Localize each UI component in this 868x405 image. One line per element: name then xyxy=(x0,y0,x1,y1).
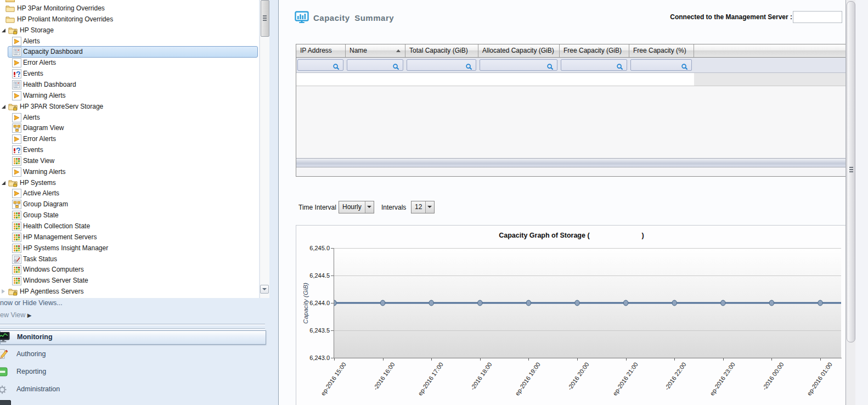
collapse-icon[interactable] xyxy=(2,29,5,32)
expand-icon[interactable] xyxy=(2,289,5,294)
tree-item-hp-proliant-monitoring-overrides[interactable]: HP Proliant Monitoring Overrides xyxy=(0,14,259,25)
column-header-name[interactable]: Name xyxy=(346,44,405,57)
tree-item-health-collection-state[interactable]: Health Collection State xyxy=(0,221,259,232)
app-window: HP 3Par Monitoring OverridesHP Proliant … xyxy=(0,0,868,405)
new-view-link[interactable]: ew View ▶ xyxy=(0,311,32,319)
filter-cell xyxy=(629,58,694,72)
column-header-total-capacity-gib-[interactable]: Total Capacity (GiB) xyxy=(405,44,478,57)
tree-item-label: Diagram View xyxy=(23,124,64,132)
diagram-icon xyxy=(13,125,20,132)
workspace-icon[interactable] xyxy=(0,400,11,405)
table-hscrollbar[interactable] xyxy=(296,167,846,176)
filter-input-4[interactable] xyxy=(561,59,627,71)
x-tick-label: -2016 22:00 xyxy=(664,361,688,391)
dropdown-arrow-icon[interactable] xyxy=(365,201,374,213)
filter-input-1[interactable] xyxy=(347,59,403,71)
tree-item-group-diagram[interactable]: Group Diagram xyxy=(0,199,259,210)
y-tick-label: 6,244.0 xyxy=(298,300,330,306)
tree-item-events[interactable]: Events xyxy=(0,145,259,155)
time-interval-dropdown[interactable]: Hourly xyxy=(339,201,374,213)
monitoring-tree: HP 3Par Monitoring OverridesHP Proliant … xyxy=(0,0,259,298)
tree-item-error-alerts[interactable]: Error Alerts xyxy=(0,58,259,68)
pane-splitter[interactable] xyxy=(0,328,265,330)
filter-input-2[interactable] xyxy=(407,59,476,71)
tree-item-icon-frame xyxy=(12,47,21,57)
capacity-summary-table: IP AddressNameTotal Capacity (GiB)Alloca… xyxy=(296,44,846,177)
collapse-icon[interactable] xyxy=(2,105,5,109)
tree-item-active-alerts[interactable]: Active Alerts xyxy=(0,188,259,199)
intervals-dropdown[interactable]: 12 xyxy=(411,201,435,213)
table-filter-row xyxy=(296,58,846,73)
events-icon xyxy=(13,147,20,154)
nav-monitoring[interactable]: Monitoring xyxy=(0,330,266,345)
tree-item-label: HP Management Servers xyxy=(23,233,97,241)
tree-item-windows-server-state[interactable]: Windows Server State xyxy=(0,275,259,286)
tree-item-hp-storage[interactable]: HP Storage xyxy=(0,25,259,36)
dropdown-arrow-icon[interactable] xyxy=(425,201,434,213)
tree-item-error-alerts[interactable]: Error Alerts xyxy=(0,134,259,144)
events-icon xyxy=(13,70,20,77)
table-header-row: IP AddressNameTotal Capacity (GiB)Alloca… xyxy=(296,44,846,58)
column-header-free-capacity-[interactable]: Free Capacity (%) xyxy=(629,44,694,57)
folder-lock-icon xyxy=(8,287,18,296)
sort-ascending-icon xyxy=(396,49,401,52)
filter-input-3[interactable] xyxy=(480,59,557,71)
tree-item-capacity-dashboard[interactable]: Capacity Dashboard xyxy=(0,47,259,57)
nav-authoring[interactable]: Authoring xyxy=(0,348,265,361)
tree-item-state-view[interactable]: State View xyxy=(0,156,259,166)
tree-item-hp-3par-storeserv-storage[interactable]: HP 3PAR StoreServ Storage xyxy=(0,102,259,112)
tree-item-icon-frame xyxy=(12,276,21,285)
tree-item-warning-alerts[interactable]: Warning Alerts xyxy=(0,91,259,101)
state-icon xyxy=(13,234,20,241)
tree-item-hp-systems[interactable]: HP Systems xyxy=(0,178,259,188)
tree-item-hp-agentless-servers[interactable]: HP Agentless Servers xyxy=(0,286,259,297)
tree-scrollbar[interactable] xyxy=(260,0,269,298)
tree-item-label: HP Systems xyxy=(20,179,56,187)
tree-item-events[interactable]: Events xyxy=(0,69,259,79)
tree-item-hp-systems-insight-manager[interactable]: HP Systems Insight Manager xyxy=(0,243,259,254)
scrollbar-grip-icon xyxy=(263,18,267,19)
x-tick xyxy=(480,358,481,361)
tree-item-task-status[interactable]: Task Status xyxy=(0,254,259,265)
tree-item-diagram-view[interactable]: Diagram View xyxy=(0,123,259,133)
capacity-chart: Capacity Graph of Storage ( ) Capacity (… xyxy=(296,225,847,405)
tree-item-icon-frame xyxy=(12,69,21,78)
tree-item-hp-3par-monitoring-overrides[interactable]: HP 3Par Monitoring Overrides xyxy=(0,3,259,14)
task-icon xyxy=(13,256,20,263)
tree-item-warning-alerts[interactable]: Warning Alerts xyxy=(0,167,259,177)
tree-item-group-state[interactable]: Group State xyxy=(0,210,259,221)
x-tick xyxy=(528,358,529,361)
nav-label: Monitoring xyxy=(17,333,53,341)
nav-administration[interactable]: Administration xyxy=(0,383,265,396)
tree-item-hp-management-servers[interactable]: HP Management Servers xyxy=(0,232,259,243)
tree-item-health-dashboard[interactable]: Health Dashboard xyxy=(0,80,259,90)
column-header-allocated-capacity-gib-[interactable]: Allocated Capacity (GiB) xyxy=(478,44,560,57)
tree-item-label: HP Storage xyxy=(20,26,54,34)
column-header-free-capacity-gib-[interactable]: Free Capacity (GiB) xyxy=(560,44,629,57)
collapse-icon[interactable] xyxy=(2,181,5,185)
tree-item-icon-frame xyxy=(12,113,21,122)
tree-item-label: Group Diagram xyxy=(23,200,68,208)
dashboard-icon xyxy=(13,81,20,88)
tree-item-label: Warning Alerts xyxy=(23,92,66,99)
nav-reporting[interactable]: Reporting xyxy=(0,365,265,379)
filter-input-0[interactable] xyxy=(297,59,343,71)
filter-cell xyxy=(405,58,478,72)
show-or-hide-views-link[interactable]: now or Hide Views... xyxy=(0,299,63,307)
filter-cell xyxy=(346,58,405,72)
pane-splitter[interactable] xyxy=(0,324,265,325)
main-scrollbar-thumb[interactable] xyxy=(847,1,855,342)
table-row[interactable] xyxy=(296,73,846,86)
tree-item-icon-frame xyxy=(12,80,21,89)
column-header-ip-address[interactable]: IP Address xyxy=(296,44,346,57)
tree-item-windows-computers[interactable]: Windows Computers xyxy=(0,265,259,275)
monitoring-icon xyxy=(0,332,10,343)
x-tick-label: -2016 18:00 xyxy=(469,361,493,391)
tree-item-alerts[interactable]: Alerts xyxy=(0,36,259,47)
tree-scroll-down-button[interactable] xyxy=(260,285,269,294)
table-row-cells xyxy=(296,73,694,86)
filter-input-5[interactable] xyxy=(630,59,692,71)
tree-item-alerts[interactable]: Alerts xyxy=(0,113,259,123)
tree-scrollbar-thumb[interactable] xyxy=(261,0,269,37)
filter-cell xyxy=(478,58,560,72)
